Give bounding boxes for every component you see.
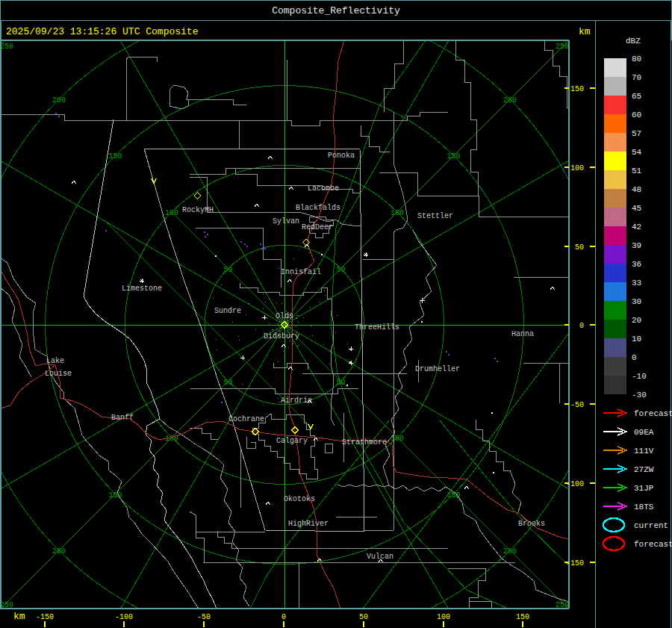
svg-text:Stettler: Stettler (417, 212, 453, 220)
svg-text:33: 33 (632, 279, 641, 287)
svg-text:Brooks: Brooks (518, 520, 545, 528)
svg-text:0: 0 (579, 322, 584, 330)
svg-text:57: 57 (632, 129, 641, 138)
svg-text:50: 50 (359, 613, 368, 621)
svg-text:ThreeHills: ThreeHills (355, 323, 399, 332)
svg-text:Banff: Banff (111, 414, 134, 422)
svg-text:150: 150 (108, 152, 122, 161)
svg-text:Vulcan: Vulcan (367, 553, 393, 561)
svg-text:150: 150 (447, 152, 461, 161)
svg-text:100: 100 (570, 164, 584, 172)
svg-text:250: 250 (556, 43, 569, 51)
svg-text:RockyMH: RockyMH (182, 206, 214, 214)
svg-text:Louise: Louise (45, 370, 72, 378)
svg-text:forecast: forecast (634, 540, 672, 549)
svg-text:18TS: 18TS (634, 503, 654, 512)
svg-text:200: 200 (52, 96, 66, 105)
svg-text:Limestone: Limestone (122, 285, 162, 293)
svg-text:51: 51 (632, 167, 642, 175)
svg-text:200: 200 (503, 96, 517, 105)
svg-text:36: 36 (632, 260, 641, 269)
svg-text:50: 50 (336, 379, 345, 387)
svg-text:100: 100 (391, 209, 404, 217)
svg-text:-50: -50 (570, 401, 584, 409)
svg-text:31JP: 31JP (634, 484, 654, 493)
svg-text:100: 100 (165, 209, 178, 217)
svg-text:-150: -150 (566, 559, 584, 568)
svg-text:Lacombe: Lacombe (308, 184, 339, 193)
svg-text:200: 200 (503, 547, 517, 556)
svg-text:-30: -30 (632, 391, 647, 400)
svg-text:111V: 111V (634, 447, 654, 456)
svg-text:Sylvan: Sylvan (273, 217, 299, 226)
svg-text:Innisfail: Innisfail (281, 268, 321, 276)
svg-text:2025/09/23 13:15:26 UTC Compos: 2025/09/23 13:15:26 UTC Composite (6, 26, 198, 37)
svg-text:current: current (634, 521, 668, 530)
svg-text:Sundre: Sundre (214, 307, 241, 315)
svg-text:Airdrie: Airdrie (281, 397, 312, 405)
svg-text:50: 50 (223, 266, 232, 274)
svg-text:0: 0 (281, 613, 286, 621)
svg-text:Ponoka: Ponoka (328, 152, 355, 160)
svg-text:Strathmore: Strathmore (342, 438, 387, 447)
svg-text:54: 54 (632, 148, 642, 157)
svg-text:10: 10 (632, 335, 641, 343)
svg-text:Cochrane: Cochrane (228, 415, 264, 423)
svg-text:forecast: forecast (634, 409, 672, 418)
svg-text:200: 200 (52, 547, 66, 556)
svg-text:RedDeer: RedDeer (302, 223, 333, 231)
svg-text:48: 48 (632, 185, 641, 194)
svg-text:-100: -100 (115, 613, 133, 621)
svg-text:-150: -150 (36, 613, 54, 621)
svg-text:km: km (579, 26, 591, 37)
svg-text:Olds: Olds (276, 312, 293, 320)
svg-text:0: 0 (632, 353, 637, 362)
svg-text:Hanna: Hanna (511, 330, 534, 338)
svg-text:HighRiver: HighRiver (288, 520, 329, 528)
svg-text:50: 50 (575, 243, 584, 252)
svg-text:39: 39 (632, 241, 641, 250)
svg-text:-50: -50 (197, 613, 211, 621)
svg-text:09EA: 09EA (634, 428, 654, 437)
svg-text:42: 42 (632, 223, 641, 231)
svg-text:27ZW: 27ZW (634, 465, 654, 474)
svg-text:100: 100 (437, 613, 450, 621)
svg-text:dBZ: dBZ (626, 37, 641, 46)
svg-text:50: 50 (336, 266, 345, 274)
svg-text:-100: -100 (566, 480, 584, 488)
svg-text:Drumheller: Drumheller (415, 365, 460, 373)
svg-text:70: 70 (632, 73, 641, 82)
svg-text:60: 60 (632, 111, 641, 119)
svg-text:30: 30 (632, 297, 641, 306)
svg-text:20: 20 (632, 316, 641, 325)
svg-text:80: 80 (632, 55, 641, 63)
svg-text:Didsbury: Didsbury (264, 332, 299, 341)
svg-text:250: 250 (0, 43, 13, 51)
svg-text:65: 65 (632, 92, 641, 101)
svg-text:Calgary: Calgary (276, 437, 308, 445)
svg-text:km: km (13, 611, 25, 622)
svg-text:Okotoks: Okotoks (284, 495, 315, 503)
svg-text:150: 150 (570, 85, 584, 93)
svg-text:150: 150 (516, 613, 529, 621)
svg-text:Composite_Reflectivity: Composite_Reflectivity (272, 5, 400, 16)
svg-text:-10: -10 (632, 372, 647, 381)
svg-text:Lake: Lake (46, 357, 64, 365)
svg-text:50: 50 (223, 379, 232, 387)
svg-text:Blackfalds: Blackfalds (296, 204, 340, 212)
svg-text:45: 45 (632, 204, 641, 213)
